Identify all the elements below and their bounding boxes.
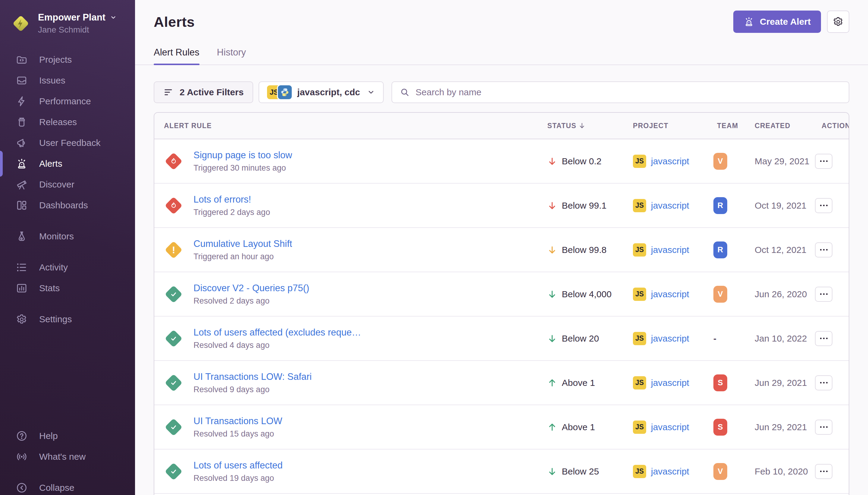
alert-rule-row: Lots of errors!Triggered 2 days agoBelow… <box>154 184 849 228</box>
column-header-team[interactable]: TEAM <box>709 122 743 130</box>
column-header-alert-rule[interactable]: ALERT RULE <box>154 122 538 130</box>
project-link[interactable]: javascript <box>651 378 689 388</box>
column-header-project[interactable]: PROJECT <box>629 122 709 130</box>
column-header-label: CREATED <box>755 122 791 130</box>
column-header-label: ACTIONS <box>821 122 849 130</box>
status-cell: Below 25 <box>538 466 629 477</box>
performance-icon <box>16 95 28 107</box>
alert-rule-link[interactable]: Lots of users affected (excludes reque… <box>193 327 361 338</box>
sidebar-item-collapse[interactable]: Collapse <box>0 477 135 495</box>
nav-section-divider <box>0 467 135 477</box>
column-header-status[interactable]: STATUS <box>538 122 629 130</box>
created-date: Jun 29, 2021 <box>743 422 813 432</box>
project-filter-dropdown[interactable]: JS javascript, cdc <box>259 81 383 103</box>
warning-status-icon: ! <box>164 240 183 259</box>
row-actions-button[interactable] <box>815 420 832 435</box>
row-actions-button[interactable] <box>815 154 832 169</box>
status-cell: Below 99.8 <box>538 245 629 255</box>
team-avatar: V <box>713 463 727 480</box>
row-actions-button[interactable] <box>815 375 832 390</box>
sidebar-item-user-feedback[interactable]: User Feedback <box>0 132 135 153</box>
project-link[interactable]: javascript <box>651 466 689 477</box>
active-filters-button[interactable]: 2 Active Filters <box>154 81 253 103</box>
alert-rule-cell: UI Transactions LOW: SafariResolved 9 da… <box>154 371 538 394</box>
sidebar-item-issues[interactable]: Issues <box>0 70 135 91</box>
sidebar-item-releases[interactable]: Releases <box>0 112 135 132</box>
project-link[interactable]: javascript <box>651 245 689 255</box>
row-actions-button[interactable] <box>815 242 832 257</box>
alert-rule-detail: Resolved 2 days ago <box>193 296 309 306</box>
page-header: Alerts Create Alert <box>135 0 868 33</box>
empower-plant-logo-icon <box>12 14 30 33</box>
sidebar-item-settings[interactable]: Settings <box>0 309 135 329</box>
project-cell: JSjavascript <box>629 155 709 168</box>
sidebar-item-performance[interactable]: Performance <box>0 91 135 112</box>
alert-rule-detail: Triggered 2 days ago <box>193 208 270 217</box>
row-actions-button[interactable] <box>815 464 832 479</box>
sidebar-item-monitors[interactable]: Monitors <box>0 226 135 246</box>
alert-rule-link[interactable]: Signup page is too slow <box>193 150 292 161</box>
alert-rule-link[interactable]: Cumulative Layout Shift <box>193 238 292 249</box>
resolved-status-icon <box>164 373 183 393</box>
js-icon: JS <box>633 199 646 212</box>
sidebar-item-label: Help <box>39 431 58 441</box>
activity-icon <box>16 261 28 273</box>
project-link[interactable]: javascript <box>651 156 689 166</box>
critical-status-icon <box>164 152 183 171</box>
column-header-label: TEAM <box>717 122 738 130</box>
alert-rule-link[interactable]: Discover V2 - Queries p75() <box>193 283 309 294</box>
user-feedback-icon <box>16 137 28 149</box>
search-input[interactable] <box>416 87 841 97</box>
project-link[interactable]: javascript <box>651 422 689 432</box>
sidebar-item-help[interactable]: Help <box>0 425 135 446</box>
alert-rule-cell: Lots of errors!Triggered 2 days ago <box>154 194 538 217</box>
column-header-actions[interactable]: ACTIONS <box>813 122 849 130</box>
sidebar-item-activity[interactable]: Activity <box>0 257 135 278</box>
help-icon <box>16 430 28 442</box>
arrow-down-icon <box>547 156 557 166</box>
issues-icon <box>16 74 28 86</box>
settings-button[interactable] <box>827 11 849 33</box>
alert-rule-link[interactable]: Lots of errors! <box>193 194 270 205</box>
sidebar-item-projects[interactable]: Projects <box>0 49 135 70</box>
team-cell: - <box>709 334 743 344</box>
row-actions-button[interactable] <box>815 331 832 346</box>
actions-cell <box>813 331 849 346</box>
alert-rule-link[interactable]: UI Transactions LOW <box>193 416 282 427</box>
team-empty: - <box>713 334 716 343</box>
alert-rule-link[interactable]: Lots of users affected <box>193 460 283 471</box>
sidebar-item-dashboards[interactable]: Dashboards <box>0 195 135 216</box>
alert-rule-detail: Triggered an hour ago <box>193 252 292 261</box>
filter-bar: 2 Active Filters JS javascript, cdc <box>154 81 849 103</box>
resolved-status-icon <box>164 329 183 348</box>
alert-rule-link[interactable]: UI Transactions LOW: Safari <box>193 371 312 382</box>
sidebar-item-stats[interactable]: Stats <box>0 278 135 298</box>
project-link[interactable]: javascript <box>651 289 689 300</box>
table-header: ALERT RULESTATUSPROJECTTEAMCREATEDACTION… <box>154 113 849 139</box>
team-avatar: V <box>713 153 727 170</box>
org-name: Empower Plant <box>38 12 105 23</box>
actions-cell <box>813 464 849 479</box>
row-actions-button[interactable] <box>815 198 832 213</box>
sidebar-item-discover[interactable]: Discover <box>0 174 135 195</box>
project-link[interactable]: javascript <box>651 334 689 344</box>
sidebar-item-label: Performance <box>39 96 91 106</box>
siren-icon <box>744 16 754 27</box>
tab-alert-rules[interactable]: Alert Rules <box>154 47 199 65</box>
sidebar-item-label: User Feedback <box>39 138 100 148</box>
project-link[interactable]: javascript <box>651 201 689 211</box>
tab-history[interactable]: History <box>217 47 246 65</box>
create-alert-button[interactable]: Create Alert <box>733 11 821 33</box>
arrow-down-icon <box>547 334 557 343</box>
project-cell: JSjavascript <box>629 288 709 301</box>
row-actions-button[interactable] <box>815 287 832 302</box>
column-header-created[interactable]: CREATED <box>743 122 813 130</box>
siren-icon <box>16 158 28 170</box>
alert-rule-row: Signup page is too slowTriggered 30 minu… <box>154 139 849 184</box>
team-cell: V <box>709 153 743 170</box>
sidebar-item-what-s-new[interactable]: What's new <box>0 446 135 467</box>
org-switcher[interactable]: Empower Plant Jane Schmidt <box>12 12 135 35</box>
sidebar-item-label: Activity <box>39 262 68 273</box>
dashboards-icon <box>16 199 28 211</box>
sidebar-item-alerts[interactable]: Alerts <box>0 153 135 174</box>
